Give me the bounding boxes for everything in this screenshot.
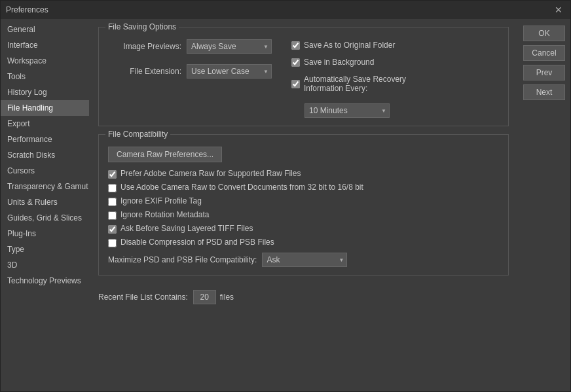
prev-button[interactable]: Prev	[523, 65, 565, 80]
ignore-exif-label[interactable]: Ignore EXIF Profile Tag	[120, 196, 202, 205]
sidebar-item-units-rulers[interactable]: Units & Rulers	[1, 194, 89, 210]
sidebar-item-plug-ins[interactable]: Plug-Ins	[1, 226, 89, 241]
main-content: File Saving Options Image Previews: Alwa…	[89, 19, 518, 391]
prefer-camera-raw-label[interactable]: Prefer Adobe Camera Raw for Supported Ra…	[120, 169, 301, 178]
sidebar-item-general[interactable]: General	[1, 22, 89, 37]
use-camera-raw-convert-label[interactable]: Use Adobe Camera Raw to Convert Document…	[120, 183, 363, 192]
file-compatibility-section: File Compatibility Camera Raw Preference…	[98, 134, 509, 276]
file-extension-select[interactable]: Use Lower Case Use Upper Case	[187, 64, 272, 79]
auto-save-interval-select-wrapper: 5 Minutes 10 Minutes 15 Minutes 30 Minut…	[304, 103, 390, 118]
ignore-exif-checkbox[interactable]	[108, 198, 117, 206]
prefer-camera-raw-checkbox[interactable]	[108, 170, 117, 179]
disable-compression-row: Disable Compression of PSD and PSB Files	[108, 238, 499, 247]
title-bar: Preferences ✕	[1, 1, 570, 19]
auto-save-interval-row: 5 Minutes 10 Minutes 15 Minutes 30 Minut…	[304, 103, 406, 118]
image-previews-select[interactable]: Always Save Never Save Ask When Saving	[187, 39, 272, 54]
maximize-compatibility-row: Maximize PSD and PSB File Compatibility:…	[108, 253, 499, 267]
prefer-camera-raw-row: Prefer Adobe Camera Raw for Supported Ra…	[108, 169, 499, 179]
image-previews-label: Image Previews:	[108, 42, 187, 51]
sidebar-item-technology-previews[interactable]: Technology Previews	[1, 273, 89, 289]
ask-tiff-label[interactable]: Ask Before Saving Layered TIFF Files	[120, 224, 253, 233]
ask-tiff-checkbox[interactable]	[108, 225, 117, 234]
sidebar-item-history-log[interactable]: History Log	[1, 84, 89, 100]
image-previews-select-wrapper: Always Save Never Save Ask When Saving	[187, 39, 272, 54]
dialog-title: Preferences	[6, 5, 48, 14]
sidebar-item-transparency-gamut[interactable]: Transparency & Gamut	[1, 179, 89, 194]
sidebar-item-tools[interactable]: Tools	[1, 69, 89, 84]
ok-button[interactable]: OK	[523, 26, 565, 41]
camera-raw-preferences-button[interactable]: Camera Raw Preferences...	[108, 147, 222, 162]
sidebar-item-3d[interactable]: 3D	[1, 257, 89, 273]
file-compatibility-label: File Compatibility	[105, 130, 170, 139]
sidebar: General Interface Workspace Tools Histor…	[1, 19, 89, 391]
recent-files-label: Recent File List Contains:	[98, 293, 188, 302]
sidebar-item-export[interactable]: Export	[1, 116, 89, 132]
image-previews-row: Image Previews: Always Save Never Save A…	[108, 39, 272, 54]
dialog-body: General Interface Workspace Tools Histor…	[1, 19, 570, 391]
file-extension-select-wrapper: Use Lower Case Use Upper Case	[187, 64, 272, 79]
auto-save-row: Automatically Save Recovery Information …	[291, 75, 406, 93]
auto-save-label[interactable]: Automatically Save Recovery Information …	[304, 75, 406, 93]
sidebar-item-performance[interactable]: Performance	[1, 132, 89, 147]
save-in-background-label[interactable]: Save in Background	[304, 58, 374, 67]
close-button[interactable]: ✕	[552, 3, 565, 16]
save-in-background-checkbox[interactable]	[291, 58, 300, 67]
auto-save-checkbox[interactable]	[291, 80, 300, 88]
file-saving-label: File Saving Options	[105, 22, 179, 31]
save-as-original-folder-label[interactable]: Save As to Original Folder	[304, 41, 395, 50]
recent-files-row: Recent File List Contains: files	[98, 283, 509, 304]
auto-save-interval-select[interactable]: 5 Minutes 10 Minutes 15 Minutes 30 Minut…	[304, 103, 390, 118]
cancel-button[interactable]: Cancel	[523, 45, 565, 61]
save-as-original-folder-row: Save As to Original Folder	[291, 41, 406, 50]
sidebar-item-cursors[interactable]: Cursors	[1, 163, 89, 179]
maximize-select-wrapper: Ask Always Never	[262, 253, 347, 267]
save-in-background-row: Save in Background	[291, 58, 406, 67]
ask-tiff-row: Ask Before Saving Layered TIFF Files	[108, 224, 499, 234]
action-buttons: OK Cancel Prev Next	[518, 19, 570, 391]
ignore-rotation-checkbox[interactable]	[108, 211, 117, 220]
sidebar-item-workspace[interactable]: Workspace	[1, 53, 89, 69]
sidebar-item-interface[interactable]: Interface	[1, 37, 89, 53]
sidebar-item-guides-grid-slices[interactable]: Guides, Grid & Slices	[1, 210, 89, 226]
use-camera-raw-convert-row: Use Adobe Camera Raw to Convert Document…	[108, 183, 499, 192]
ignore-rotation-row: Ignore Rotation Metadata	[108, 210, 499, 220]
file-saving-section: File Saving Options Image Previews: Alwa…	[98, 27, 509, 126]
sidebar-item-type[interactable]: Type	[1, 241, 89, 257]
recent-files-suffix: files	[220, 293, 234, 302]
disable-compression-label[interactable]: Disable Compression of PSD and PSB Files	[120, 238, 274, 247]
ignore-rotation-label[interactable]: Ignore Rotation Metadata	[120, 210, 209, 219]
disable-compression-checkbox[interactable]	[108, 239, 117, 247]
sidebar-item-file-handling[interactable]: File Handling	[1, 100, 89, 116]
maximize-compatibility-select[interactable]: Ask Always Never	[262, 253, 347, 267]
sidebar-item-scratch-disks[interactable]: Scratch Disks	[1, 147, 89, 163]
file-extension-row: File Extension: Use Lower Case Use Upper…	[108, 64, 272, 79]
ignore-exif-row: Ignore EXIF Profile Tag	[108, 196, 499, 206]
use-camera-raw-convert-checkbox[interactable]	[108, 184, 117, 192]
save-as-original-folder-checkbox[interactable]	[291, 41, 300, 50]
file-extension-label: File Extension:	[108, 67, 187, 76]
preferences-dialog: Preferences ✕ General Interface Workspac…	[0, 0, 571, 392]
maximize-compatibility-label: Maximize PSD and PSB File Compatibility:	[108, 255, 257, 264]
recent-files-input[interactable]	[193, 290, 216, 304]
next-button[interactable]: Next	[523, 84, 565, 100]
